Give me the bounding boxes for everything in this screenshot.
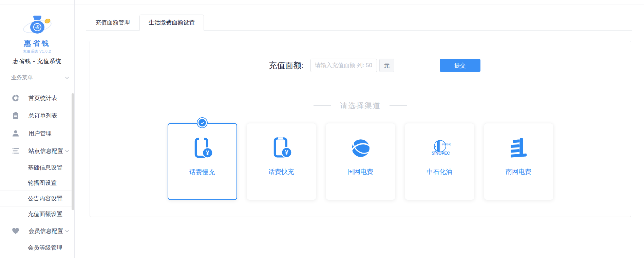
- sidebar-item-member-config[interactable]: 会员信息配置: [0, 222, 74, 240]
- sidebar-item-label: 总订单列表: [29, 112, 70, 120]
- sidebar-item-announcement[interactable]: 公告内容设置: [0, 191, 74, 206]
- logo-area: 省 惠省钱 充值系统 V1.0.2 惠省钱 - 充值系统: [0, 0, 74, 66]
- globe-grid-icon: [348, 135, 373, 161]
- brand-tagline: 充值系统 V1.0.2: [0, 49, 74, 54]
- channel-card-southern-grid[interactable]: 南网电费: [484, 123, 553, 200]
- sidebar-item-label: 用户管理: [29, 130, 70, 137]
- sidebar-item-orders[interactable]: 总订单列表: [0, 107, 74, 124]
- channel-label: 话费慢充: [189, 168, 215, 177]
- denomination-form: 充值面额: 元 提交: [104, 59, 644, 72]
- southern-grid-icon: [507, 135, 530, 161]
- check-icon: [197, 118, 207, 127]
- phone-recharge-icon: ¥: [269, 135, 293, 161]
- svg-text:省: 省: [35, 25, 39, 30]
- phone-recharge-icon: ¥: [190, 135, 214, 162]
- denomination-label: 充值面额:: [269, 60, 304, 71]
- sidebar-item-label: 会员等级管理: [28, 244, 62, 252]
- sidebar-item-label: 公告内容设置: [28, 195, 62, 202]
- chevron-down-icon: [64, 229, 70, 234]
- sidebar-item-member-level[interactable]: 会员等级管理: [0, 240, 74, 255]
- content-panel: 充值面额: 元 提交 请选择渠道: [90, 41, 631, 217]
- submit-button[interactable]: 提交: [440, 59, 480, 72]
- list-icon: [12, 147, 20, 155]
- sidebar-item-basic-info[interactable]: 基础信息设置: [0, 160, 74, 175]
- channel-label: 南网电费: [506, 167, 531, 176]
- tab-label: 充值面额管理: [95, 19, 130, 26]
- channel-label: 中石化油: [427, 167, 452, 176]
- channel-label: 话费快充: [268, 167, 294, 176]
- chevron-down-icon: [64, 148, 70, 154]
- top-divider: [0, 4, 644, 4]
- sidebar-item-label: 充值面额设置: [28, 210, 62, 218]
- channel-card-sinopec[interactable]: 中国石化 SINOPEC 中石化油: [405, 123, 474, 200]
- channel-cards: ¥ 话费慢充 ¥ 话费快充: [90, 123, 631, 200]
- denomination-input[interactable]: [310, 59, 377, 72]
- sidebar-item-label: 站点信息配置: [29, 147, 64, 155]
- svg-text:¥: ¥: [285, 149, 288, 156]
- svg-text:中国石化: 中国石化: [441, 143, 451, 145]
- sidebar-item-site-config[interactable]: 站点信息配置: [0, 142, 74, 160]
- sidebar-section-label: 业务菜单: [11, 74, 33, 81]
- app-title: 惠省钱 - 充值系统: [0, 57, 74, 65]
- svg-text:SINOPEC: SINOPEC: [432, 151, 450, 156]
- heart-icon: [12, 227, 20, 235]
- clipboard-icon: [12, 112, 20, 120]
- channel-divider: 请选择渠道: [90, 101, 631, 111]
- channel-card-phone-slow[interactable]: ¥ 话费慢充: [168, 123, 237, 200]
- unit-suffix: 元: [379, 59, 394, 72]
- sidebar-item-label: 首页统计表: [29, 94, 70, 102]
- main-content: 充值面额管理 生活缴费面额设置 充值面额: 元 提交 请选择渠道: [75, 0, 644, 258]
- channel-heading: 请选择渠道: [340, 101, 381, 111]
- brand-name: 惠省钱: [0, 39, 74, 48]
- channel-label: 国网电费: [347, 167, 373, 176]
- sidebar: 省 惠省钱 充值系统 V1.0.2 惠省钱 - 充值系统 业务菜单 首页统计表: [0, 0, 75, 258]
- divider-dash-right: [390, 105, 407, 106]
- channel-card-state-grid[interactable]: 国网电费: [326, 123, 395, 200]
- tab-life-payment-denomination-settings[interactable]: 生活缴费面额设置: [139, 15, 204, 31]
- tab-recharge-denomination-management[interactable]: 充值面额管理: [86, 15, 139, 30]
- sidebar-item-label: 基础信息设置: [28, 164, 62, 172]
- tab-bar: 充值面额管理 生活缴费面额设置: [86, 15, 632, 31]
- tab-label: 生活缴费面额设置: [149, 19, 195, 26]
- sinopec-icon: 中国石化 SINOPEC: [427, 135, 452, 161]
- user-icon: [12, 129, 20, 137]
- sidebar-scrollbar[interactable]: [72, 93, 74, 210]
- sidebar-item-denomination[interactable]: 充值面额设置: [0, 206, 74, 222]
- pie-chart-icon: [12, 94, 20, 102]
- sidebar-item-label: 会员信息配置: [29, 227, 64, 235]
- sidebar-item-carousel[interactable]: 轮播图设置: [0, 175, 74, 191]
- channel-card-phone-fast[interactable]: ¥ 话费快充: [247, 123, 316, 200]
- sidebar-item-label: 轮播图设置: [28, 179, 57, 187]
- svg-text:¥: ¥: [206, 150, 209, 156]
- sidebar-item-users[interactable]: 用户管理: [0, 124, 74, 142]
- sidebar-section-business-menu[interactable]: 业务菜单: [0, 66, 74, 89]
- divider-dash-left: [314, 105, 331, 106]
- sidebar-item-home-stats[interactable]: 首页统计表: [0, 89, 74, 107]
- chevron-down-icon: [64, 75, 70, 80]
- money-bag-logo-icon: 省: [20, 12, 54, 37]
